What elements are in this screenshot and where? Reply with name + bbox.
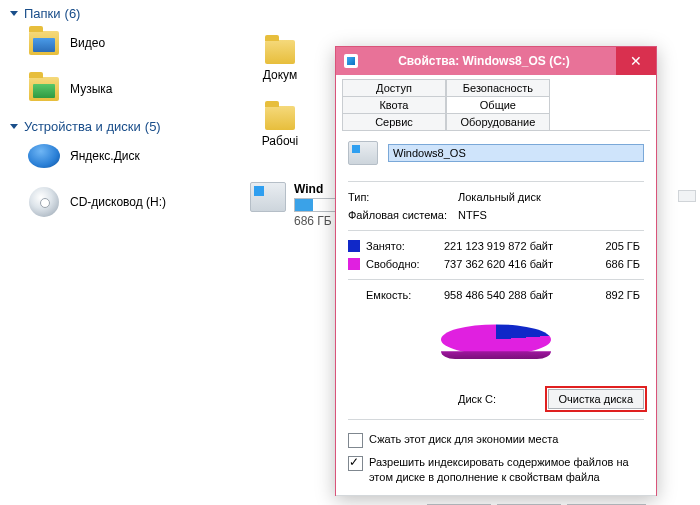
drive-c-icon [250,182,286,212]
index-label: Разрешить индексировать содержимое файло… [369,455,644,485]
cap-bytes: 958 486 540 288 байт [444,289,572,301]
yandex-label: Яндекс.Диск [70,149,140,163]
dialog-titlebar[interactable]: Свойства: Windows8_OS (C:) ✕ [336,47,656,75]
compress-checkbox[interactable] [348,433,363,448]
volume-name-input[interactable] [388,144,644,162]
folder-video-icon [28,27,60,59]
fs-key: Файловая система: [348,209,458,221]
group-devices-header[interactable]: Устройства и диски (5) [10,119,220,134]
type-key: Тип: [348,191,458,203]
cdrom-icon [28,186,60,218]
tab-bar: Доступ Безопасность Квота Общие Сервис О… [342,79,650,131]
tab-service[interactable]: Сервис [342,113,446,130]
cdrom-label: CD-дисковод (H:) [70,195,166,209]
group-folders-header[interactable]: Папки (6) [10,6,220,21]
folder-music-icon [28,73,60,105]
disk-cleanup-button[interactable]: Очистка диска [548,389,644,409]
group-devices-count: (5) [145,119,161,134]
dialog-title: Свойства: Windows8_OS (C:) [366,54,616,68]
chevron-down-icon [10,11,18,16]
dialog-footer: OK Отмена Применить [336,495,656,505]
free-bytes: 737 362 620 416 байт [444,258,572,270]
folder-item-documents[interactable]: Докум [250,40,310,82]
properties-dialog: Свойства: Windows8_OS (C:) ✕ Доступ Безо… [335,46,657,496]
cap-gb: 892 ГБ [578,289,644,301]
usage-pie-chart [441,324,551,354]
close-button[interactable]: ✕ [616,47,656,75]
folder-desktop-label: Рабочі [262,134,298,148]
drive-icon [344,54,358,68]
drive-small-icon [348,141,378,165]
folder-item-desktop[interactable]: Рабочі [250,106,310,148]
yandex-disk-icon [28,140,60,172]
tab-security[interactable]: Безопасность [446,79,550,96]
type-val: Локальный диск [458,191,541,203]
cap-key: Емкость: [366,289,438,301]
free-gb: 686 ГБ [578,258,644,270]
used-bytes: 221 123 919 872 байт [444,240,572,252]
tab-quota[interactable]: Квота [342,96,446,113]
folder-music-label: Музыка [70,82,112,96]
index-checkbox-row[interactable]: Разрешить индексировать содержимое файло… [348,455,644,485]
chevron-down-icon [10,124,18,129]
folder-item-music[interactable]: Музыка [28,73,220,105]
folder-video-label: Видео [70,36,105,50]
compress-checkbox-row[interactable]: Сжать этот диск для экономии места [348,432,644,447]
device-item-yandex[interactable]: Яндекс.Диск [28,140,220,172]
index-checkbox[interactable] [348,456,363,471]
group-folders-count: (6) [65,6,81,21]
compress-label: Сжать этот диск для экономии места [369,432,558,447]
group-devices-title: Устройства и диски [24,119,141,134]
tab-access[interactable]: Доступ [342,79,446,96]
tab-general[interactable]: Общие [446,96,550,113]
device-item-cdrom[interactable]: CD-дисковод (H:) [28,186,220,218]
tab-hardware[interactable]: Оборудование [446,113,550,130]
disk-label: Диск C: [458,393,496,405]
scrollbar-stub[interactable] [678,190,696,202]
group-folders-title: Папки [24,6,61,21]
used-swatch [348,240,360,252]
free-swatch [348,258,360,270]
fs-val: NTFS [458,209,487,221]
used-key: Занято: [366,240,438,252]
folder-documents-icon [265,40,295,64]
folder-desktop-icon [265,106,295,130]
free-key: Свободно: [366,258,438,270]
folder-item-video[interactable]: Видео [28,27,220,59]
folder-documents-label: Докум [263,68,297,82]
used-gb: 205 ГБ [578,240,644,252]
